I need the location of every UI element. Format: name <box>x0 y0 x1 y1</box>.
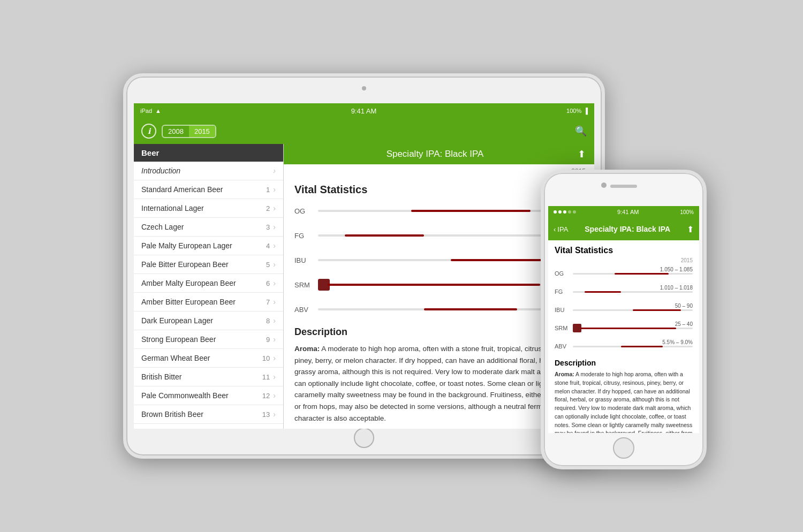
ipad-time: 9:41 AM <box>351 107 377 115</box>
stat-row-abv: ABV 5.5% – 9.0% <box>294 302 584 317</box>
iphone-home-button[interactable] <box>613 437 634 459</box>
sidebar-item-number-13: 13 <box>262 411 270 419</box>
sidebar-item-number-9: 9 <box>266 336 270 344</box>
sidebar-item-6[interactable]: Amber Malty European Beer 6 › <box>134 274 283 293</box>
sidebar-chevron-9: › <box>273 335 276 344</box>
iphone-stat-row-og: OG 1.050 – 1.085 <box>555 268 693 279</box>
iphone-speaker <box>610 185 637 188</box>
iphone-battery: 100% <box>680 209 694 215</box>
ipad-home-button[interactable] <box>354 428 374 448</box>
sidebar-item-number-12: 12 <box>262 392 270 400</box>
iphone-aroma-text: A moderate to high hop aroma, often with… <box>555 371 692 433</box>
stats-container: OG 1.050 – 1.085 FG 1.010 – 1.018 IBU 50… <box>294 203 584 317</box>
sidebar-item-13[interactable]: Brown British Beer 13 › <box>134 405 283 424</box>
sidebar-item-label-13: Brown British Beer <box>141 410 262 419</box>
scene: iPad ▲ 9:41 AM 100% ▐ ℹ 2008 2015 <box>80 52 723 480</box>
sidebar-item-label-8: Dark European Lager <box>141 316 266 325</box>
iphone-stat-bar-area: 25 – 40 <box>573 322 693 334</box>
signal-dots <box>554 210 576 214</box>
iphone-nav-title: Specialty IPA: Black IPA <box>568 225 687 233</box>
stat-fill <box>411 210 531 212</box>
sidebar-item-number-3: 3 <box>266 223 270 231</box>
dot-3 <box>563 210 566 214</box>
iphone-stat-label-srm: SRM <box>555 325 569 331</box>
sidebar-item-10[interactable]: German Wheat Beer 10 › <box>134 349 283 368</box>
iphone-navbar: ‹ IPA Specialty IPA: Black IPA ⬆ <box>548 218 699 240</box>
iphone-vital-stats-title: Vital Statistics <box>555 246 693 255</box>
stat-fill <box>424 308 517 310</box>
sidebar-item-label-1: Standard American Beer <box>141 185 266 194</box>
iphone-stat-row-srm: SRM 25 – 40 <box>555 322 693 334</box>
year-2008-button[interactable]: 2008 <box>163 126 189 137</box>
iphone-stat-label-fg: FG <box>555 288 569 295</box>
sidebar-chevron-4: › <box>273 241 276 250</box>
sidebar-item-1[interactable]: Standard American Beer 1 › <box>134 180 283 199</box>
stat-row-og: OG 1.050 – 1.085 <box>294 203 584 218</box>
iphone-stat-value: 1.010 – 1.018 <box>660 285 693 291</box>
sidebar-item-number-7: 7 <box>266 298 270 306</box>
iphone-stat-fill <box>615 273 669 275</box>
search-icon[interactable]: 🔍 <box>575 125 587 137</box>
battery-label: 100% <box>566 108 581 114</box>
sidebar-item-number-2: 2 <box>266 204 270 212</box>
iphone-stat-fill <box>580 328 676 329</box>
sidebar-chevron-6: › <box>273 279 276 287</box>
sidebar-item-0[interactable]: Introduction › <box>134 162 283 180</box>
iphone-stat-row-abv: ABV 5.5% – 9.0% <box>555 340 693 352</box>
sidebar-item-4[interactable]: Pale Malty European Lager 4 › <box>134 237 283 255</box>
sidebar-item-11[interactable]: British Bitter 11 › <box>134 368 283 386</box>
sidebar-item-label-6: Amber Malty European Beer <box>141 279 266 287</box>
share-button[interactable]: ⬆ <box>578 148 586 160</box>
sidebar-chevron-2: › <box>273 204 276 212</box>
iphone-time: 9:41 AM <box>617 209 639 215</box>
sidebar-header: Beer <box>134 144 283 162</box>
sidebar-item-5[interactable]: Pale Bitter European Beer 5 › <box>134 255 283 274</box>
iphone-share-button[interactable]: ⬆ <box>687 224 694 234</box>
ipad-split-view: Beer Introduction › Standard American Be… <box>134 144 594 429</box>
sidebar-item-7[interactable]: Amber Bitter European Beer 7 › <box>134 293 283 311</box>
iphone-stat-fill <box>585 291 620 293</box>
stat-row-ibu: IBU 50 – 90 <box>294 253 584 268</box>
year-2015-button[interactable]: 2015 <box>189 126 215 137</box>
sidebar-item-label-5: Pale Bitter European Beer <box>141 260 266 269</box>
sidebar-item-number-4: 4 <box>266 242 270 250</box>
iphone-stat-bar-area: 50 – 90 <box>573 304 693 316</box>
vital-stats-title: Vital Statistics <box>294 184 584 196</box>
iphone-stat-bar-area: 1.050 – 1.085 <box>573 268 693 279</box>
wifi-icon: ▲ <box>155 108 161 114</box>
sidebar-item-2[interactable]: International Lager 2 › <box>134 199 283 218</box>
sidebar-item-label-4: Pale Malty European Lager <box>141 241 266 250</box>
sidebar-item-3[interactable]: Czech Lager 3 › <box>134 218 283 237</box>
iphone-stat-fill <box>621 346 663 347</box>
sidebar-chevron-5: › <box>273 260 276 269</box>
stat-label-srm: SRM <box>294 281 312 289</box>
description-text: Aroma: A moderate to high hop aroma, oft… <box>294 343 584 429</box>
sidebar-chevron-12: › <box>273 391 276 400</box>
iphone-stat-bar-area: 5.5% – 9.0% <box>573 340 693 352</box>
iphone-stat-label-ibu: IBU <box>555 307 569 313</box>
sidebar-chevron-3: › <box>273 223 276 231</box>
description-title: Description <box>294 326 584 338</box>
dot-4 <box>568 210 571 214</box>
back-button[interactable]: ‹ IPA <box>554 225 568 233</box>
ipad-toolbar: ℹ 2008 2015 🔍 <box>134 118 594 144</box>
dot-1 <box>554 210 557 214</box>
dot-2 <box>558 210 562 214</box>
sidebar-chevron-1: › <box>273 185 276 194</box>
sidebar-item-12[interactable]: Pale Commonwealth Beer 12 › <box>134 386 283 405</box>
sidebar-items-container: Introduction › Standard American Beer 1 … <box>134 162 283 429</box>
iphone-content[interactable]: Vital Statistics 2015 OG 1.050 – 1.085 F… <box>548 240 699 433</box>
sidebar-chevron-7: › <box>273 298 276 306</box>
sidebar-item-9[interactable]: Strong European Beer 9 › <box>134 330 283 349</box>
back-chevron: ‹ <box>554 225 556 233</box>
content-nav: Specialty IPA: Black IPA ⬆ <box>284 144 594 164</box>
iphone-aroma-label: Aroma: <box>555 371 574 377</box>
sidebar-item-label-12: Pale Commonwealth Beer <box>141 391 262 400</box>
sidebar-item-number-5: 5 <box>266 261 270 269</box>
iphone-description-text: Aroma: A moderate to high hop aroma, oft… <box>555 370 693 433</box>
sidebar-item-14[interactable]: Scottish Ale 14 › <box>134 424 283 429</box>
sidebar-chevron-0: › <box>273 166 276 175</box>
sidebar-item-number-6: 6 <box>266 279 270 287</box>
info-button[interactable]: ℹ <box>141 124 156 139</box>
sidebar-item-8[interactable]: Dark European Lager 8 › <box>134 311 283 330</box>
